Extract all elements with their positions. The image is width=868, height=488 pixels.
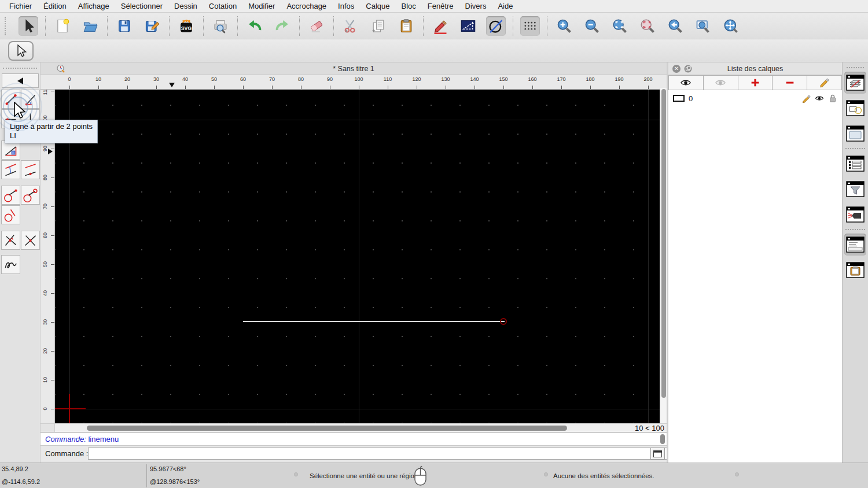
menu-affichage[interactable]: Affichage [72, 0, 115, 13]
layer-edit-pencil-icon[interactable] [801, 94, 811, 103]
draft-mode-button[interactable] [486, 16, 506, 36]
zoom-window-button[interactable] [693, 16, 713, 36]
horizontal-scrollbar[interactable]: 10 < 100 [41, 423, 667, 432]
menu-modifier[interactable]: Modifier [242, 0, 281, 13]
show-all-layers-button[interactable] [668, 75, 704, 90]
history-scrollbar-thumb[interactable] [660, 434, 665, 444]
drawing-canvas[interactable] [55, 90, 660, 423]
svg-export-button[interactable]: SVG [176, 16, 196, 36]
meta-grid-vline [359, 90, 359, 423]
draw-pencil-button[interactable] [431, 16, 450, 36]
horizontal-ruler: 0102030405060708090100110120130140150160… [55, 75, 667, 90]
layer-color-swatch[interactable] [673, 95, 685, 102]
line-tangent-orthogonal-tool-button[interactable] [1, 205, 20, 224]
hide-all-layers-button[interactable] [704, 75, 738, 90]
line-bisector-tool-button[interactable] [1, 231, 20, 250]
library-widget-toggle-button[interactable] [844, 123, 866, 145]
vertical-scrollbar-thumb[interactable] [661, 89, 666, 398]
remove-layer-button[interactable] [773, 75, 807, 90]
menu-accrochage[interactable]: Accrochage [281, 0, 332, 13]
zoom-pan-button[interactable] [721, 16, 741, 36]
snap-status-label: 10 < 100 [635, 424, 664, 432]
dock-widget-strip [842, 62, 868, 463]
menu-calque[interactable]: Calque [360, 0, 395, 13]
line-freehand-tool-button[interactable] [1, 255, 20, 274]
filter-widget-toggle-button[interactable] [844, 178, 866, 200]
toolbar-group [12, 16, 45, 36]
selection-pointer-icon [14, 44, 28, 58]
vruler-tick [51, 178, 54, 178]
hruler-label: 20 [119, 76, 136, 82]
line-tangent-circles-tool-button[interactable] [21, 186, 40, 205]
vertical-scrollbar[interactable] [660, 88, 667, 426]
open-file-button[interactable] [80, 16, 100, 36]
vruler-label: 40 [41, 286, 49, 300]
line-parallel-point-tool-button[interactable] [21, 160, 40, 179]
hruler-label: 10 [90, 76, 107, 82]
zoom-in-button[interactable] [554, 16, 574, 36]
menu-fichier[interactable]: Fichier [3, 0, 38, 13]
zoom-out-button[interactable] [582, 16, 602, 36]
palette-drag-handle[interactable] [3, 68, 37, 69]
line-parallel-tool-button[interactable] [1, 160, 20, 179]
grid-toggle-button[interactable] [520, 16, 540, 36]
add-layer-button[interactable] [738, 75, 773, 90]
new-document-button[interactable] [53, 16, 72, 36]
layer-row[interactable]: 0 [668, 91, 842, 105]
copy-button[interactable] [369, 16, 388, 36]
horizontal-scrollbar-thumb[interactable] [87, 426, 567, 431]
edit-layer-button[interactable] [807, 75, 842, 90]
line-tangent-orthogonal-icon [3, 207, 19, 223]
dock-drag-handle[interactable] [847, 67, 864, 68]
cut-button[interactable] [341, 16, 361, 36]
menu-divers[interactable]: Divers [459, 0, 492, 13]
clipboard-widget-toggle-button[interactable] [844, 259, 866, 281]
layer-visibility-eye-icon[interactable] [815, 94, 824, 103]
delete-eraser-button[interactable] [307, 16, 326, 36]
draw-pencil-icon [432, 18, 448, 34]
redo-button[interactable] [273, 16, 292, 36]
line-entity[interactable] [243, 321, 505, 322]
hruler-tick [69, 86, 70, 89]
layer-lock-icon[interactable] [828, 94, 837, 103]
coordinate-absolute: 35.4,89.2 [2, 465, 28, 472]
menu-edition[interactable]: Édition [38, 0, 72, 13]
menu-bloc[interactable]: Bloc [395, 0, 421, 13]
pen-widget-toggle-button[interactable] [844, 204, 866, 225]
line-tangent-point-tool-button[interactable] [1, 186, 20, 205]
paste-button[interactable] [396, 16, 416, 36]
menu-fenetre[interactable]: Fenêtre [422, 0, 459, 13]
line-parallel-point-icon [23, 162, 38, 178]
menu-dessin[interactable]: Dessin [168, 0, 203, 13]
save-button[interactable] [115, 16, 134, 36]
zoom-pan-icon [723, 18, 739, 34]
meta-grid-vline [648, 90, 649, 423]
menu-selectionner[interactable]: Sélectionner [115, 0, 168, 13]
command-widget-toggle-button[interactable] [844, 234, 866, 256]
zoom-out-icon [584, 18, 600, 34]
save-as-button[interactable] [142, 16, 162, 36]
block-list-widget-toggle-button[interactable] [844, 97, 866, 119]
command-input[interactable] [88, 448, 690, 460]
selection-arrow-button[interactable] [19, 16, 38, 36]
hruler-label: 100 [350, 76, 367, 82]
zoom-selected-button[interactable] [638, 16, 657, 36]
entity-list-widget-toggle-button[interactable] [844, 153, 866, 175]
filter-widget-icon [846, 180, 865, 198]
menu-infos[interactable]: Infos [332, 0, 360, 13]
undo-button[interactable] [245, 16, 264, 36]
layer-list-widget-toggle-button[interactable] [844, 72, 866, 94]
zoom-previous-button[interactable] [665, 16, 685, 36]
iso-view-button[interactable] [458, 16, 478, 36]
menu-aide[interactable]: Aide [492, 0, 518, 13]
document-title: * Sans titre 1 [41, 62, 667, 75]
toolbar-group [46, 16, 107, 36]
command-window-toggle-button[interactable] [650, 448, 665, 460]
zoom-auto-button[interactable] [610, 16, 630, 36]
hruler-tick [243, 86, 244, 89]
toolbar-group [204, 16, 237, 36]
selection-pointer-button[interactable] [8, 41, 34, 61]
menu-cotation[interactable]: Cotation [203, 0, 242, 13]
print-preview-button[interactable] [211, 16, 230, 36]
line-orthogonal-tool-button[interactable] [21, 231, 40, 250]
